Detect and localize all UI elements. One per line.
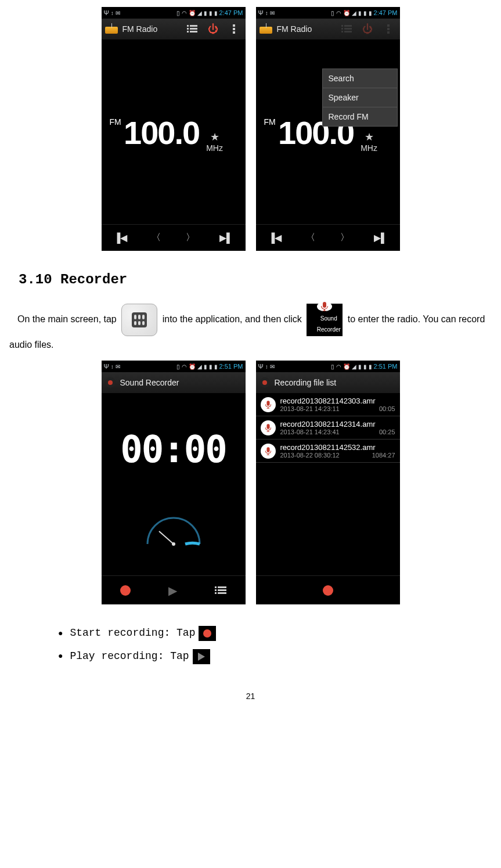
- playlist-button[interactable]: [338, 25, 355, 33]
- svg-rect-17: [387, 31, 390, 34]
- overflow-menu-button[interactable]: [226, 24, 242, 34]
- tune-up-button[interactable]: 〉: [186, 232, 195, 244]
- usb-icon: Ψ: [258, 363, 264, 370]
- svg-rect-21: [218, 586, 226, 588]
- recorder-body: 00:00: [102, 393, 246, 575]
- recorder-icon-label-1: Sound: [312, 313, 337, 324]
- clock: 2:47 PM: [219, 9, 243, 16]
- overflow-menu-button[interactable]: [380, 24, 397, 34]
- svg-rect-13: [341, 31, 343, 33]
- list-item[interactable]: record20130821142314.amr 2013-08-21 14:2…: [256, 416, 400, 440]
- section-heading: 3.10 Recorder: [19, 272, 495, 287]
- fm-body: Search Speaker Record FM FM 100.0 ★ MHz: [256, 39, 400, 224]
- file-date: 2013-08-21 14:23:41: [280, 428, 340, 435]
- frequency-value: 100.0: [124, 114, 199, 152]
- svg-rect-2: [187, 28, 189, 30]
- wifi-icon: ◢: [197, 363, 202, 370]
- para-text-1: On the main screen, tap: [17, 314, 117, 324]
- menu-item-search[interactable]: Search: [323, 69, 397, 88]
- alarm-icon: ⏰: [189, 10, 196, 16]
- tune-down-button[interactable]: 〈: [306, 232, 315, 244]
- clock: 2:51 PM: [219, 363, 243, 370]
- sound-recorder-app-icon: Sound Recorder: [307, 304, 343, 336]
- recorder-screenshots: Ψ ↕ ✉ ▯ ◠ ⏰ ◢ ▮ ▮ ▮ 2:51 PM Sound Record…: [6, 361, 495, 604]
- file-date: 2013-08-21 14:23:11: [280, 405, 340, 412]
- prev-station-button[interactable]: ▐◀: [268, 232, 282, 243]
- bluetooth-icon: ▯: [176, 363, 180, 370]
- headset-icon: ◠: [336, 10, 341, 16]
- battery-icon: ▮: [369, 10, 372, 16]
- favorite-star-icon[interactable]: ★: [365, 131, 374, 143]
- tune-up-button[interactable]: 〉: [340, 232, 349, 244]
- file-list-title: Recording file list: [275, 378, 337, 387]
- menu-item-recordfm[interactable]: Record FM: [323, 107, 397, 126]
- play-button[interactable]: ▶: [168, 584, 177, 597]
- sync-icon: ↕: [111, 363, 114, 370]
- fm-band-label: FM: [264, 117, 276, 127]
- page-number: 21: [6, 691, 495, 701]
- prev-station-button[interactable]: ▐◀: [114, 232, 127, 243]
- signal-icon: ▮: [358, 363, 362, 370]
- list-item[interactable]: record20130821142532.amr 2013-08-22 08:3…: [256, 440, 400, 463]
- frequency-display: FM 100.0 ★ MHz: [102, 114, 246, 156]
- frequency-unit: MHz: [206, 143, 223, 153]
- recorder-icon-label-2: Recorder: [309, 324, 341, 335]
- svg-rect-20: [215, 586, 217, 588]
- bullet-text: Play recording: Tap: [70, 645, 189, 668]
- file-list-body: record20130821142303.amr 2013-08-21 14:2…: [256, 393, 400, 575]
- svg-rect-5: [190, 31, 197, 33]
- recorder-header-icon: [259, 377, 270, 388]
- mail-icon: ✉: [116, 363, 120, 370]
- favorite-star-icon[interactable]: ★: [210, 131, 219, 143]
- recorder-time: 00:00: [102, 428, 246, 471]
- record-button-icon: [199, 626, 216, 641]
- intro-paragraph: On the main screen, tap into the applica…: [9, 304, 492, 354]
- svg-rect-6: [233, 24, 235, 27]
- recorder-title: Sound Recorder: [120, 378, 179, 387]
- svg-rect-3: [190, 28, 197, 30]
- svg-rect-4: [187, 31, 189, 33]
- next-station-button[interactable]: ▶▌: [219, 232, 233, 243]
- statusbar: Ψ ↕ ✉ ▯ ◠ ⏰ ◢ ▮ ▮ ▮ 2:51 PM: [102, 361, 246, 372]
- bullet-text: Start recording: Tap: [70, 622, 195, 645]
- radio-icon: [259, 24, 272, 34]
- power-button[interactable]: ⏻: [359, 24, 376, 34]
- svg-rect-0: [187, 25, 189, 27]
- record-button[interactable]: [120, 585, 131, 596]
- fm-body: FM 100.0 ★ MHz: [102, 39, 246, 224]
- recordings-list-button[interactable]: [215, 586, 226, 595]
- record-button[interactable]: [323, 585, 333, 596]
- next-station-button[interactable]: ▶▌: [374, 232, 387, 243]
- svg-rect-14: [344, 31, 352, 33]
- svg-rect-23: [218, 589, 226, 591]
- file-name: record20130821142314.amr: [280, 420, 395, 428]
- file-name: record20130821142303.amr: [280, 397, 395, 405]
- recorder-header: Sound Recorder: [102, 372, 246, 393]
- tune-down-button[interactable]: 〈: [152, 232, 161, 244]
- signal2-icon: ▮: [209, 10, 212, 16]
- headset-icon: ◠: [182, 363, 187, 370]
- playlist-button[interactable]: [184, 25, 200, 33]
- svg-line-18: [159, 531, 174, 544]
- file-list-header: Recording file list: [256, 372, 400, 393]
- wifi-icon: ◢: [352, 363, 356, 370]
- fm-controls: ▐◀ 〈 〉 ▶▌: [102, 224, 246, 251]
- fm-band-label: FM: [110, 117, 121, 127]
- fm-phone-right: Ψ ↕ ✉ ▯ ◠ ⏰ ◢ ▮ ▮ ▮ 2:47 PM FM Radio: [256, 7, 400, 251]
- signal2-icon: ▮: [363, 10, 367, 16]
- bullet-start-recording: Start recording: Tap: [58, 622, 495, 645]
- mic-icon: [261, 444, 276, 459]
- bluetooth-icon: ▯: [331, 10, 334, 16]
- file-date: 2013-08-22 08:30:12: [280, 452, 340, 459]
- power-button[interactable]: ⏻: [205, 24, 221, 34]
- fm-app-header: FM Radio ⏻: [256, 19, 400, 39]
- fm-controls: ▐◀ 〈 〉 ▶▌: [256, 224, 400, 251]
- mic-icon: [261, 397, 276, 412]
- menu-item-speaker[interactable]: Speaker: [323, 88, 397, 107]
- clock: 2:51 PM: [374, 363, 398, 370]
- frequency-unit: MHz: [361, 143, 377, 153]
- alarm-icon: ⏰: [343, 10, 350, 16]
- svg-rect-1: [190, 25, 197, 27]
- list-item[interactable]: record20130821142303.amr 2013-08-21 14:2…: [256, 393, 400, 416]
- play-button-icon: [193, 649, 210, 664]
